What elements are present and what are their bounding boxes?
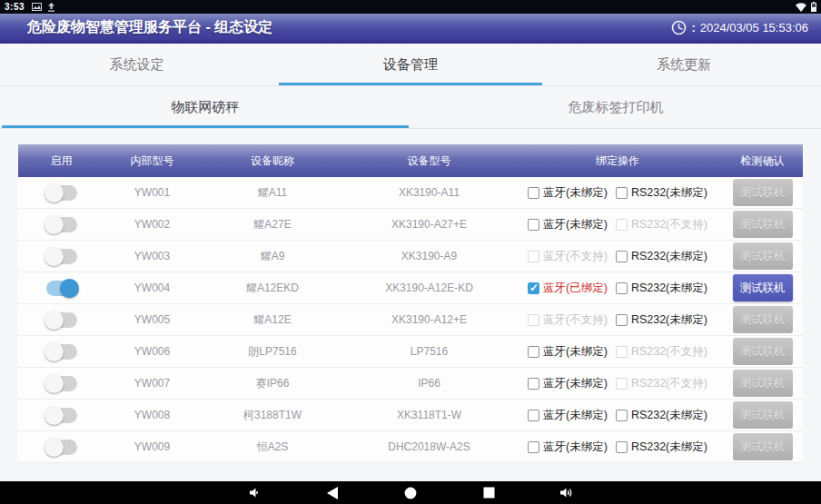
binding-cell: 蓝牙(不支持) RS232(未绑定) (513, 249, 722, 264)
toggle-thumb (45, 215, 64, 234)
bluetooth-checkbox[interactable]: 蓝牙(未绑定) (528, 376, 608, 391)
bluetooth-checkbox[interactable]: 蓝牙(未绑定) (528, 344, 608, 360)
main-tabs: 系统设定 设备管理 系统更新 (0, 44, 821, 86)
bluetooth-label: 蓝牙(不支持) (543, 249, 608, 264)
device-model-cell: LP7516 (345, 345, 513, 358)
test-connection-button[interactable]: 测试联机 (733, 306, 793, 333)
rs232-checkbox[interactable]: RS232(未绑定) (616, 408, 707, 423)
device-table: 启用 内部型号 设备昵称 设备型号 绑定操作 检测确认 YW001 耀A11 X… (18, 144, 803, 463)
page-title: 危险废物智慧管理服务平台 - 组态设定 (27, 18, 272, 37)
rs232-checkbox[interactable]: RS232(不支持) (616, 217, 707, 232)
test-connection-button[interactable]: 测试联机 (733, 338, 793, 365)
checkbox-box-icon (528, 314, 539, 326)
volume-down-icon[interactable] (243, 485, 265, 501)
rs232-checkbox[interactable]: RS232(不支持) (616, 376, 707, 391)
toggle-thumb (45, 183, 64, 203)
rs232-checkbox[interactable]: RS232(未绑定) (616, 249, 707, 264)
checkbox-box-icon (528, 219, 539, 231)
table-row: YW009 恒A2S DHC2018W-A2S 蓝牙(未绑定) RS232(未绑… (18, 431, 803, 463)
enable-toggle[interactable] (46, 217, 77, 232)
enable-toggle[interactable] (46, 281, 77, 296)
enable-toggle[interactable] (46, 376, 77, 391)
table-row: YW004 耀A12EKD XK3190-A12E-KD 蓝牙(已绑定) RS2… (18, 272, 803, 304)
tab-system-settings[interactable]: 系统设定 (0, 44, 273, 85)
nickname-cell: 耀A12EKD (200, 281, 345, 296)
rs232-label: RS232(未绑定) (631, 312, 707, 328)
recents-icon[interactable] (478, 485, 500, 501)
toggle-thumb (45, 311, 64, 330)
enable-toggle[interactable] (46, 440, 77, 455)
nickname-cell: 赛IP66 (200, 376, 345, 391)
table-row: YW006 朗LP7516 LP7516 蓝牙(未绑定) RS232(不支持) … (18, 336, 803, 368)
rs232-label: RS232(未绑定) (631, 440, 707, 455)
checkbox-box-icon (616, 219, 628, 231)
enable-toggle[interactable] (46, 344, 77, 360)
test-connection-button[interactable]: 测试联机 (733, 211, 793, 238)
bluetooth-label: 蓝牙(已绑定) (543, 281, 608, 296)
subtab-label-printer[interactable]: 危废标签打印机 (410, 86, 821, 128)
bluetooth-checkbox[interactable]: 蓝牙(不支持) (528, 312, 608, 328)
rs232-checkbox[interactable]: RS232(不支持) (616, 344, 707, 360)
test-connection-button[interactable]: 测试联机 (733, 433, 793, 460)
nickname-cell: 耀A27E (200, 217, 345, 232)
bluetooth-checkbox[interactable]: 蓝牙(未绑定) (528, 185, 608, 201)
rs232-label: RS232(不支持) (631, 344, 707, 360)
rs232-label: RS232(未绑定) (631, 249, 707, 264)
rs232-checkbox[interactable]: RS232(未绑定) (616, 440, 707, 455)
enable-toggle[interactable] (46, 408, 77, 423)
checkbox-box-icon (528, 410, 539, 421)
tab-device-management[interactable]: 设备管理 (273, 44, 547, 85)
table-header-row: 启用 内部型号 设备昵称 设备型号 绑定操作 检测确认 (18, 144, 803, 177)
rs232-label: RS232(未绑定) (631, 185, 707, 201)
upload-icon (47, 3, 55, 12)
checkbox-box-icon (616, 378, 628, 390)
bluetooth-label: 蓝牙(未绑定) (543, 440, 608, 455)
bluetooth-label: 蓝牙(未绑定) (543, 408, 608, 423)
bluetooth-checkbox[interactable]: 蓝牙(未绑定) (528, 217, 608, 232)
binding-cell: 蓝牙(未绑定) RS232(未绑定) (513, 440, 722, 455)
device-model-cell: XK3190-A11 (345, 186, 513, 199)
bluetooth-checkbox[interactable]: 蓝牙(不支持) (528, 249, 608, 264)
bluetooth-checkbox[interactable]: 蓝牙(未绑定) (528, 408, 608, 423)
binding-cell: 蓝牙(未绑定) RS232(未绑定) (513, 185, 722, 201)
table-row: YW008 柯3188T1W XK3118T1-W 蓝牙(未绑定) RS232(… (18, 400, 803, 431)
bluetooth-label: 蓝牙(不支持) (543, 312, 608, 328)
column-header-internal-model: 内部型号 (104, 153, 200, 169)
nickname-cell: 耀A12E (200, 312, 345, 328)
rs232-label: RS232(未绑定) (631, 408, 707, 423)
enable-toggle[interactable] (46, 312, 77, 328)
column-header-device-model: 设备型号 (345, 153, 513, 169)
internal-model-cell: YW009 (104, 440, 200, 453)
rs232-label: RS232(不支持) (631, 376, 707, 391)
table-row: YW007 赛IP66 IP66 蓝牙(未绑定) RS232(不支持) 测试联机 (18, 368, 803, 400)
device-model-cell: XK3190-A12+E (345, 313, 513, 326)
checkbox-box-icon (528, 187, 539, 199)
device-model-cell: DHC2018W-A2S (345, 440, 513, 453)
app-header: 危险废物智慧管理服务平台 - 组态设定 : 2024/03/05 15:53:0… (0, 14, 821, 44)
bluetooth-checkbox[interactable]: 蓝牙(未绑定) (528, 440, 608, 455)
checkbox-box-icon (528, 282, 539, 294)
binding-cell: 蓝牙(未绑定) RS232(不支持) (513, 217, 722, 232)
test-connection-button[interactable]: 测试联机 (733, 370, 793, 397)
wifi-icon (796, 3, 806, 12)
nickname-cell: 恒A2S (200, 440, 345, 455)
rs232-checkbox[interactable]: RS232(未绑定) (616, 312, 707, 328)
tab-system-update[interactable]: 系统更新 (548, 44, 821, 85)
home-icon[interactable] (400, 485, 421, 501)
nickname-cell: 朗LP7516 (200, 344, 345, 360)
test-connection-button[interactable]: 测试联机 (733, 274, 793, 301)
test-connection-button[interactable]: 测试联机 (733, 179, 793, 206)
test-connection-button[interactable]: 测试联机 (733, 242, 793, 270)
enable-toggle[interactable] (46, 185, 77, 201)
rs232-checkbox[interactable]: RS232(未绑定) (616, 281, 707, 296)
binding-cell: 蓝牙(不支持) RS232(未绑定) (513, 312, 722, 328)
test-connection-button[interactable]: 测试联机 (733, 401, 793, 429)
bluetooth-checkbox[interactable]: 蓝牙(已绑定) (528, 281, 608, 296)
sub-tabs: 物联网磅秤 危废标签打印机 (0, 86, 821, 129)
rs232-checkbox[interactable]: RS232(未绑定) (616, 185, 707, 201)
enable-toggle[interactable] (46, 249, 77, 264)
volume-up-icon[interactable] (556, 485, 578, 501)
table-row: YW005 耀A12E XK3190-A12+E 蓝牙(不支持) RS232(未… (18, 304, 803, 336)
back-icon[interactable] (321, 485, 343, 501)
subtab-iot-scale[interactable]: 物联网磅秤 (0, 86, 410, 128)
